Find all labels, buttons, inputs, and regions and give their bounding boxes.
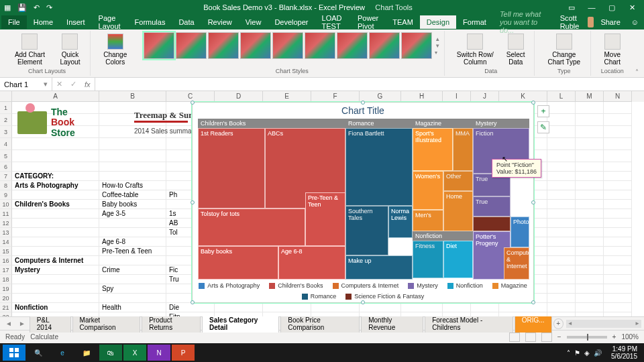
cell[interactable]	[604, 219, 632, 228]
tab-data[interactable]: Data	[172, 15, 201, 29]
tray-up-icon[interactable]: ˄	[567, 349, 570, 357]
cell[interactable]	[576, 265, 604, 275]
ribbon-options-icon[interactable]: ▭	[564, 3, 580, 12]
cell[interactable]	[604, 172, 632, 181]
cell[interactable]	[12, 162, 99, 172]
treemap-block[interactable]: Southern Tales	[345, 206, 388, 255]
chevron-down-icon[interactable]: ▾	[44, 80, 48, 88]
cell[interactable]: Pre-Teen & Teen	[99, 247, 166, 256]
sheet-nav-left[interactable]: ◄	[3, 320, 15, 327]
cell[interactable]	[547, 162, 576, 172]
col-header[interactable]: C	[166, 91, 215, 102]
col-header[interactable]: E	[263, 91, 311, 102]
taskbar-powerpoint-icon[interactable]: P	[172, 345, 195, 361]
col-header[interactable]: J	[471, 91, 499, 102]
col-header[interactable]: K	[499, 91, 547, 102]
tab-design[interactable]: Design	[420, 15, 456, 29]
sheet-tab[interactable]: Product Returns	[142, 314, 201, 333]
tab-developer[interactable]: Developer	[268, 15, 315, 29]
cell[interactable]	[12, 312, 99, 316]
treemap-block[interactable]: Norma Lewis	[388, 206, 413, 238]
treemap-group-header[interactable]: Children's Books	[198, 119, 345, 128]
cell[interactable]	[576, 247, 604, 256]
cell[interactable]	[547, 256, 576, 265]
tab-formulas[interactable]: Formulas	[128, 15, 172, 29]
cell[interactable]	[99, 172, 166, 181]
sheet-tab[interactable]: ORIG...	[515, 314, 552, 333]
cell[interactable]	[604, 228, 632, 237]
maximize-button[interactable]: ▢	[604, 3, 620, 12]
sheet-nav-right[interactable]: ►	[16, 320, 28, 327]
quick-undo-icon[interactable]: ↶	[34, 3, 40, 12]
cell[interactable]: How-to Crafts	[99, 181, 166, 190]
cell[interactable]	[215, 312, 263, 316]
table-row[interactable]: 22Fitn	[0, 312, 644, 316]
select-all-triangle[interactable]	[0, 91, 12, 102]
cell[interactable]	[12, 209, 99, 219]
styles-more-icon[interactable]: ▾	[435, 50, 440, 56]
chart-legend[interactable]: Arts & PhotographyChildren's BooksComput…	[193, 280, 533, 302]
cell[interactable]	[12, 190, 99, 200]
close-button[interactable]: ✕	[624, 3, 640, 12]
chart-style-6[interactable]	[305, 32, 335, 59]
cell[interactable]: Baby books	[99, 200, 166, 209]
cell[interactable]	[401, 303, 443, 312]
user-account[interactable]: Scott Ruble	[560, 14, 594, 30]
cell[interactable]	[99, 228, 166, 237]
treemap-block[interactable]: Tolstoy for tots	[198, 208, 305, 246]
sheet-tab[interactable]: Monthly Revenue	[361, 314, 423, 333]
cell[interactable]	[604, 209, 632, 219]
cell[interactable]	[99, 162, 166, 172]
cell[interactable]	[360, 312, 401, 316]
styles-down-icon[interactable]: ▼	[435, 43, 440, 49]
tray-flag-icon[interactable]: ⚑	[574, 349, 580, 357]
cell[interactable]	[499, 303, 547, 312]
cell[interactable]	[547, 247, 576, 256]
chart-brush-button[interactable]: ✎	[537, 121, 549, 133]
cell[interactable]	[576, 275, 604, 284]
treemap-block[interactable]: Women's	[413, 171, 443, 210]
cell[interactable]	[576, 181, 604, 190]
col-header[interactable]: F	[311, 91, 360, 102]
cell[interactable]	[604, 312, 632, 316]
taskbar-clock[interactable]: 1:49 PM 5/6/2015	[607, 345, 641, 360]
cell[interactable]	[576, 294, 604, 303]
cell[interactable]	[401, 312, 443, 316]
tab-format[interactable]: Format	[456, 15, 493, 29]
cell[interactable]	[99, 294, 166, 303]
legend-item[interactable]: Romance	[302, 293, 337, 300]
treemap-group-header[interactable]: Magazine	[413, 119, 473, 128]
sheet-tab[interactable]: Market Comparison	[72, 314, 141, 333]
cell[interactable]	[604, 200, 632, 209]
cell[interactable]	[576, 228, 604, 237]
treemap-group-header[interactable]: Nonfiction	[413, 231, 473, 241]
taskbar-excel-icon[interactable]: X	[123, 345, 146, 361]
cell[interactable]	[576, 256, 604, 265]
cell[interactable]	[547, 312, 576, 316]
treemap-block[interactable]: 1st Readers	[198, 128, 265, 208]
cell[interactable]: Mystery	[12, 265, 99, 275]
zoom-slider[interactable]	[567, 336, 607, 339]
collapse-ribbon-icon[interactable]: ˄	[633, 31, 640, 76]
cell[interactable]	[499, 312, 547, 316]
cell[interactable]	[604, 256, 632, 265]
chart-style-9[interactable]	[401, 32, 432, 59]
cell[interactable]	[576, 162, 604, 172]
cancel-formula-icon[interactable]: ✕	[52, 80, 66, 88]
cell[interactable]	[471, 312, 499, 316]
switch-row-column-button[interactable]: Switch Row/ Column	[451, 32, 498, 67]
legend-item[interactable]: Children's Books	[269, 282, 323, 289]
treemap-group-header[interactable]: Romance	[345, 119, 413, 128]
legend-item[interactable]: Computers & Internet	[333, 282, 399, 289]
col-header[interactable]: H	[401, 91, 443, 102]
chart-style-7[interactable]	[337, 32, 368, 59]
smiley-icon[interactable]: ☺	[627, 18, 643, 26]
legend-item[interactable]: Magazine	[492, 282, 527, 289]
cell[interactable]	[12, 247, 99, 256]
cell[interactable]: Health	[99, 303, 166, 312]
treemap-block[interactable]: Computers & Internet	[504, 247, 529, 280]
zoom-level[interactable]: 100%	[621, 333, 639, 341]
cell[interactable]	[576, 303, 604, 312]
treemap-block[interactable]: Pre-Teen & Teen	[305, 192, 345, 246]
treemap-block[interactable]: Home	[443, 191, 473, 231]
